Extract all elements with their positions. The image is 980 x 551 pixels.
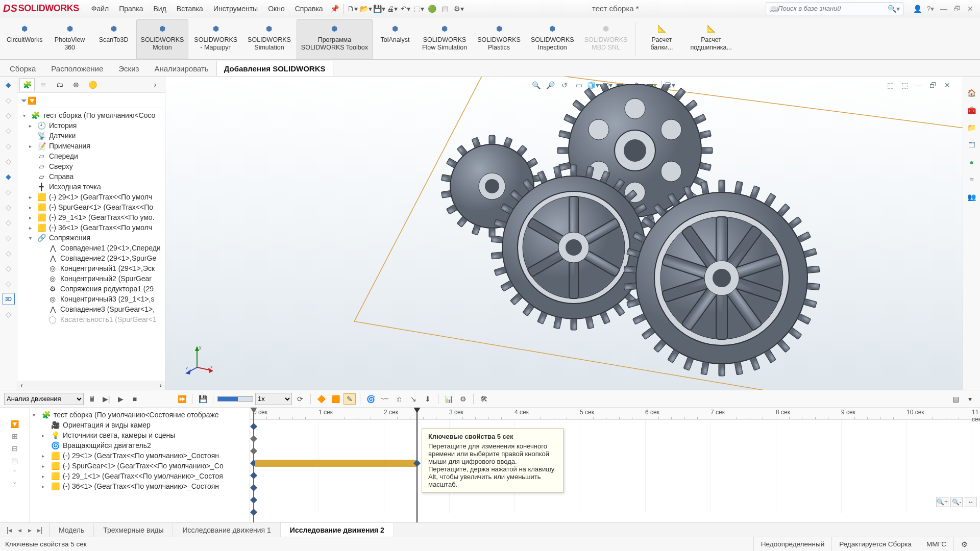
strip-icon[interactable]: ◇ (3, 94, 15, 106)
tree-node[interactable]: ▱Спереди (17, 151, 165, 161)
open-icon[interactable]: 📂▾ (359, 3, 373, 15)
force-icon[interactable]: ↘ (407, 393, 420, 405)
keyframe[interactable] (250, 472, 257, 479)
strip-icon[interactable]: ◇ (3, 247, 15, 259)
custom-props-icon[interactable]: ≡ (966, 173, 978, 186)
tree-node[interactable]: ▸📝Примечания (17, 141, 165, 151)
motion-tab[interactable]: Трехмерные виды (94, 523, 173, 537)
settings-icon[interactable]: ⚙ (457, 393, 469, 405)
strip-icon[interactable]: ◇ (3, 308, 15, 320)
menu-file[interactable]: Файл (86, 3, 114, 15)
menu-tools[interactable]: Инструменты (208, 3, 263, 15)
strip-icon[interactable]: ◇ (3, 109, 15, 121)
motion-timeline[interactable]: 0 сек1 сек2 сек3 сек4 сек5 сек6 сек7 сек… (250, 408, 980, 522)
feature-manager-filter[interactable]: ⏷🔽 (17, 93, 165, 108)
menu-edit[interactable]: Правка (114, 3, 148, 15)
fm-tab-tree[interactable]: 🧩 (19, 78, 35, 91)
fm-expand-icon[interactable]: › (148, 78, 163, 91)
strip-icon[interactable]: ◆ (3, 170, 15, 183)
fm-tab-dim[interactable]: ⊕ (68, 78, 84, 91)
view-palette-icon[interactable]: 🗔 (966, 139, 978, 151)
tree-node[interactable]: ▸🟨(-) 29_1<1> (GearTrax<<По умо. (17, 212, 165, 222)
chev-up-icon[interactable]: ˄ (13, 469, 16, 477)
study-type-select[interactable]: Анализ движения (4, 393, 84, 405)
cm-tab[interactable]: Сборка (2, 61, 43, 76)
motion-tree-node[interactable]: ▸🟨(-) SpurGear<1> (GearTrax<<По умолчани… (30, 461, 250, 471)
strip-icon[interactable]: ◆ (3, 79, 15, 91)
select-icon[interactable]: ⬚▾ (412, 3, 426, 15)
next-icon[interactable]: ▸ (24, 525, 35, 535)
tree-icon[interactable]: ▤ (11, 457, 18, 465)
save-anim-icon[interactable]: 💾 (197, 393, 209, 405)
motion-tree-node[interactable]: ▸🟨(-) 36<1> (GearTrax<<По умолчанию>_Сос… (30, 481, 250, 491)
forum-icon[interactable]: 👥 (966, 191, 978, 203)
minimize-icon[interactable]: — (937, 3, 950, 15)
ribbon-button[interactable]: 📐Расчетбалки... (639, 19, 684, 59)
cm-tab[interactable]: Добавления SOLIDWORKS (216, 61, 333, 76)
orientation-triad[interactable]: y x z (185, 344, 215, 374)
spring-icon[interactable]: 〰 (379, 393, 391, 405)
tree-node[interactable]: ◎Концентричный3 (29_1<1>,s (17, 294, 165, 304)
motion-tree-node[interactable]: 🌀Вращающийся двигатель2 (30, 440, 250, 450)
strip-icon[interactable]: ◇ (3, 262, 15, 274)
stop-icon[interactable]: ■ (129, 393, 141, 405)
cm-tab[interactable]: Анализировать (146, 61, 216, 76)
settings-icon[interactable]: ⚙▾ (452, 3, 465, 15)
ribbon-button[interactable]: ⬢SOLIDWORKSInspection (526, 19, 579, 59)
ribbon-button[interactable]: 📐Расчетподшипника... (685, 19, 737, 59)
ribbon-button[interactable]: ⬢SOLIDWORKSMotion (136, 19, 189, 59)
tree-node[interactable]: ⋀Совпадение3 (SpurGear<1>, (17, 304, 165, 314)
tree-node[interactable]: ⋀Совпадение2 (29<1>,SpurGe (17, 253, 165, 263)
toolbox-icon[interactable]: 🧰 (966, 104, 978, 116)
keyframe[interactable] (250, 496, 257, 504)
ribbon-button[interactable]: ⬢SOLIDWORKS- Маршрут (189, 19, 242, 59)
calc-icon[interactable]: 🖩 (86, 393, 98, 405)
collapse-icon[interactable]: ▤ (949, 393, 962, 405)
timeline-ruler[interactable]: 0 сек1 сек2 сек3 сек4 сек5 сек6 сек7 сек… (250, 408, 980, 420)
motion-tree-node[interactable]: ▸🟨(-) 29<1> (GearTrax<<По умолчанию>_Сос… (30, 450, 250, 461)
contact-icon[interactable]: ⎌ (393, 393, 405, 405)
tree-node[interactable]: ▸🟨(-) 36<1> (GearTrax<<По умолч (17, 222, 165, 233)
strip-icon[interactable]: ◇ (3, 232, 15, 244)
play-start-icon[interactable]: ▶| (100, 393, 112, 405)
fm-tab-display[interactable]: 🟡 (85, 78, 100, 91)
fm-tab-property[interactable]: ≣ (36, 78, 51, 91)
motor-icon[interactable]: 🌀 (364, 393, 377, 405)
last-icon[interactable]: ▸| (35, 525, 45, 535)
rebuild-icon[interactable]: 🟢 (426, 3, 439, 15)
motion-tree-node[interactable]: ▾🧩тест сборка (По умолчанию<Состояние от… (30, 410, 250, 420)
strip-icon[interactable]: ◇ (3, 216, 15, 229)
undo-icon[interactable]: ↶▾ (399, 3, 412, 15)
results-icon[interactable]: 📊 (443, 393, 455, 405)
library-icon[interactable]: 📁 (966, 121, 978, 134)
ribbon-button[interactable]: ⬢SOLIDWORKSPlastics (473, 19, 525, 59)
expand-icon[interactable]: ▾ (964, 393, 976, 405)
tree-node[interactable]: ▾🔗Сопряжения (17, 233, 165, 243)
restore-icon[interactable]: 🗗 (950, 3, 964, 15)
options-icon[interactable]: ▤ (439, 3, 452, 15)
zoom-out-icon[interactable]: 🔍- (950, 497, 963, 507)
graphics-viewport[interactable]: 🔍 🔎 ↺ ▭ 🧊▾ ◧▾ ◈▾ ⚙▾ ●▾ 🖵▾ ⬚ ⬚ — 🗗 ✕ (165, 77, 963, 390)
tree-node[interactable]: ▸🕘История (17, 120, 165, 131)
menu-window[interactable]: Окно (263, 3, 290, 15)
tree-node[interactable]: ⋀Совпадение1 (29<1>,Спереди (17, 243, 165, 253)
search-icon[interactable]: 🔍▾ (888, 5, 900, 13)
ribbon-button[interactable]: ⬢TolAnalyst (374, 19, 416, 59)
key-icon[interactable]: 🔶 (315, 393, 327, 405)
tree-node[interactable]: ⚙Сопряжения редуктора1 (29 (17, 284, 165, 294)
filter-icon[interactable]: 🔽 (10, 420, 19, 428)
ribbon-button[interactable]: ⬢CircuitWorks (2, 19, 47, 59)
loop-icon[interactable]: ⟳ (294, 393, 306, 405)
chev-down-icon[interactable]: ˅ (13, 481, 16, 489)
save-icon[interactable]: 💾▾ (373, 3, 386, 15)
tree-node[interactable]: ◯Касательность1 (SpurGear<1 (17, 314, 165, 324)
strip-3d-icon[interactable]: 3D (3, 293, 15, 305)
ribbon-button[interactable]: ⬢ПрограммаSOLIDWORKS Toolbox (297, 19, 373, 59)
status-units[interactable]: ММГС (919, 537, 953, 551)
motion-tab[interactable]: Модель (50, 523, 94, 537)
menu-view[interactable]: Вид (149, 3, 172, 15)
autokey-icon[interactable]: 🟧 (329, 393, 341, 405)
tree-node[interactable]: ◎Концентричный2 (SpurGear (17, 273, 165, 284)
sim-setup-icon[interactable]: 🛠 (478, 393, 490, 405)
playback-speed-icon[interactable]: ⏩ (176, 393, 188, 405)
